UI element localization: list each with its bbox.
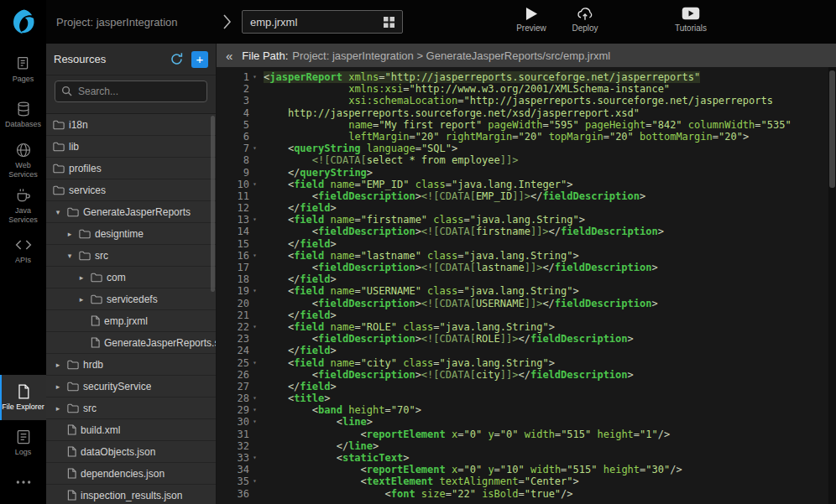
code-line[interactable]: 20 <fieldDescription><![CDATA[USERNAME]]… [217, 298, 828, 309]
tree-item-designtime[interactable]: ▸designtime [46, 223, 216, 245]
code-line[interactable]: 3 xsi:schemaLocation="http://jasperrepor… [217, 95, 828, 107]
tree-item-services[interactable]: services [46, 179, 216, 201]
fold-caret-icon[interactable]: ▾ [249, 321, 260, 333]
caret-right-icon[interactable]: ▸ [65, 230, 75, 238]
code-line[interactable]: 32 </line> [217, 440, 828, 452]
sidebar-item-databases[interactable]: Databases [0, 92, 46, 138]
caret-right-icon[interactable]: ▸ [76, 295, 86, 304]
fold-caret-icon[interactable]: ▾ [249, 404, 260, 416]
tree-item-dataObjects.json[interactable]: dataObjects.json [46, 441, 216, 463]
code-line[interactable]: 34 <reportElement x="0" y="10" width="51… [217, 464, 828, 475]
sidebar-item-more[interactable] [0, 465, 46, 499]
tree-item-GenerateJasperReports.s[interactable]: GenerateJasperReports.s [46, 332, 216, 354]
fold-spacer [249, 345, 260, 356]
code-editor[interactable]: 1▾<jasperReport xmlns="http://jasperrepo… [217, 67, 828, 504]
code-line[interactable]: 14 <fieldDescription><![CDATA[firstname]… [217, 226, 828, 237]
code-line[interactable]: 33▾ <staticText> [217, 452, 828, 464]
fold-caret-icon[interactable]: ▾ [249, 416, 260, 428]
caret-right-icon[interactable]: ▸ [53, 361, 63, 369]
fold-caret-icon[interactable]: ▾ [249, 71, 260, 83]
editor-scrollbar[interactable] [829, 70, 835, 188]
fold-caret-icon[interactable]: ▾ [249, 179, 260, 190]
fold-caret-icon[interactable]: ▾ [249, 214, 260, 226]
sidebar-item-pages[interactable]: Pages [0, 47, 46, 92]
code-line[interactable]: 1▾<jasperReport xmlns="http://jasperrepo… [217, 71, 828, 83]
sidebar-item-java-services[interactable]: Java Services [0, 183, 46, 228]
tree-item-profiles[interactable]: profiles [46, 158, 216, 179]
file-icon [67, 468, 76, 479]
code-line[interactable]: 19▾ <field name="USERNAME" class="java.l… [217, 285, 828, 297]
tree-item-i18n[interactable]: i18n [46, 114, 216, 136]
code-line[interactable]: 15 </field> [217, 238, 828, 250]
code-line[interactable]: 30▾ <line> [217, 416, 828, 428]
tree-item-emp.jrxml[interactable]: emp.jrxml [46, 310, 216, 332]
sidebar-item-web-services[interactable]: Web Services [0, 138, 46, 183]
fold-caret-icon[interactable]: ▾ [249, 475, 260, 487]
code-line[interactable]: 5 name="My first report" pageWidth="595"… [217, 119, 828, 131]
caret-right-icon[interactable]: ▸ [53, 382, 63, 391]
tree-item-dependencies.json[interactable]: dependencies.json [46, 463, 216, 485]
code-line[interactable]: 26 <fieldDescription><![CDATA[city]]></f… [217, 369, 828, 381]
tree-item-GenerateJasperReports[interactable]: ▾GenerateJasperReports [46, 201, 216, 223]
tree-item-securityService[interactable]: ▸securityService [46, 376, 216, 397]
tree-item-build.xml[interactable]: build.xml [46, 419, 216, 441]
fold-caret-icon[interactable]: ▾ [249, 250, 260, 262]
fold-caret-icon[interactable]: ▾ [249, 452, 260, 464]
fold-caret-icon[interactable]: ▾ [249, 392, 260, 404]
fold-caret-icon[interactable]: ▾ [249, 143, 260, 154]
code-line[interactable]: 24 </field> [217, 345, 828, 356]
tree-item-lib[interactable]: lib [46, 136, 216, 158]
add-resource-button[interactable]: + [191, 51, 208, 68]
tree-scrollbar[interactable] [211, 116, 215, 292]
search-input[interactable] [55, 81, 207, 102]
sidebar-item-file-explorer[interactable]: File Explorer [0, 375, 46, 420]
code-line-text: <reportElement x="0" y="10" width="515" … [264, 464, 682, 475]
code-line[interactable]: 36 <font size="22" isBold="true"/> [217, 488, 828, 500]
code-line[interactable]: 29▾ <band height="70"> [217, 404, 828, 416]
code-line[interactable]: 16▾ <field name="lastname" class="java.l… [217, 250, 828, 262]
file-selector-dropdown[interactable]: emp.jrxml [242, 10, 403, 34]
code-line[interactable]: 8 <![CDATA[select * from employee]]> [217, 154, 828, 166]
sidebar-item-logs[interactable]: Logs [0, 420, 46, 465]
code-line[interactable]: 11 <fieldDescription><![CDATA[EMP_ID]]><… [217, 190, 828, 202]
wavemaker-logo-icon[interactable] [0, 0, 46, 44]
code-line[interactable]: 35▾ <textElement textAlignment="Center"> [217, 475, 828, 487]
code-line[interactable]: 25▾ <field name="city" class="java.lang.… [217, 357, 828, 369]
code-line[interactable]: 17 <fieldDescription><![CDATA[lastname]]… [217, 262, 828, 273]
tree-item-servicedefs[interactable]: ▸servicedefs [46, 288, 216, 310]
code-line[interactable]: 12 </field> [217, 202, 828, 214]
code-line[interactable]: 23 <fieldDescription><![CDATA[ROLE]]></f… [217, 333, 828, 345]
fold-caret-icon[interactable]: ▾ [249, 285, 260, 297]
code-line[interactable]: 9 </queryString> [217, 167, 828, 179]
tree-item-inspection_results.json[interactable]: inspection_results.json [46, 485, 216, 504]
code-line[interactable]: 28▾ <title> [217, 392, 828, 404]
code-line[interactable]: 31 <reportElement x="0" y="0" width="515… [217, 429, 828, 440]
code-line[interactable]: 4 http://jasperreports.sourceforge.net/x… [217, 107, 828, 119]
caret-right-icon[interactable]: ▸ [76, 273, 86, 282]
tree-item-hrdb[interactable]: ▸hrdb [46, 354, 216, 376]
deploy-button[interactable]: Deploy [566, 6, 604, 33]
caret-down-icon[interactable]: ▾ [65, 252, 75, 260]
sidebar-item-apis[interactable]: APIs [0, 228, 46, 273]
code-line[interactable]: 6 leftMargin="20" rightMargin="20" topMa… [217, 131, 828, 143]
tree-item-com[interactable]: ▸com [46, 267, 216, 288]
fold-caret-icon[interactable]: ▾ [249, 357, 260, 369]
caret-down-icon[interactable]: ▾ [53, 208, 63, 216]
tree-item-src[interactable]: ▾src [46, 245, 216, 267]
collapse-panel-icon[interactable]: « [226, 49, 233, 63]
tree-item-src[interactable]: ▸src [46, 397, 216, 419]
grid-icon[interactable] [384, 17, 394, 28]
code-line[interactable]: 2 xmlns:xsi="http://www.w3.org/2001/XMLS… [217, 83, 828, 95]
tutorials-button[interactable]: Tutorials [671, 6, 710, 33]
code-line[interactable]: 7▾ <queryString language="SQL"> [217, 143, 828, 154]
code-line-text: <fieldDescription><![CDATA[firstname]]><… [264, 226, 664, 237]
code-line[interactable]: 22▾ <field name="ROLE" class="java.lang.… [217, 321, 828, 333]
code-line[interactable]: 10▾ <field name="EMP_ID" class="java.lan… [217, 179, 828, 190]
refresh-icon[interactable] [170, 52, 184, 66]
code-line[interactable]: 18 </field> [217, 273, 828, 285]
code-line[interactable]: 13▾ <field name="firstname" class="java.… [217, 214, 828, 226]
caret-right-icon[interactable]: ▸ [53, 404, 63, 413]
code-line[interactable]: 27 </field> [217, 381, 828, 392]
preview-button[interactable]: Preview [512, 6, 551, 33]
code-line[interactable]: 21 </field> [217, 309, 828, 321]
